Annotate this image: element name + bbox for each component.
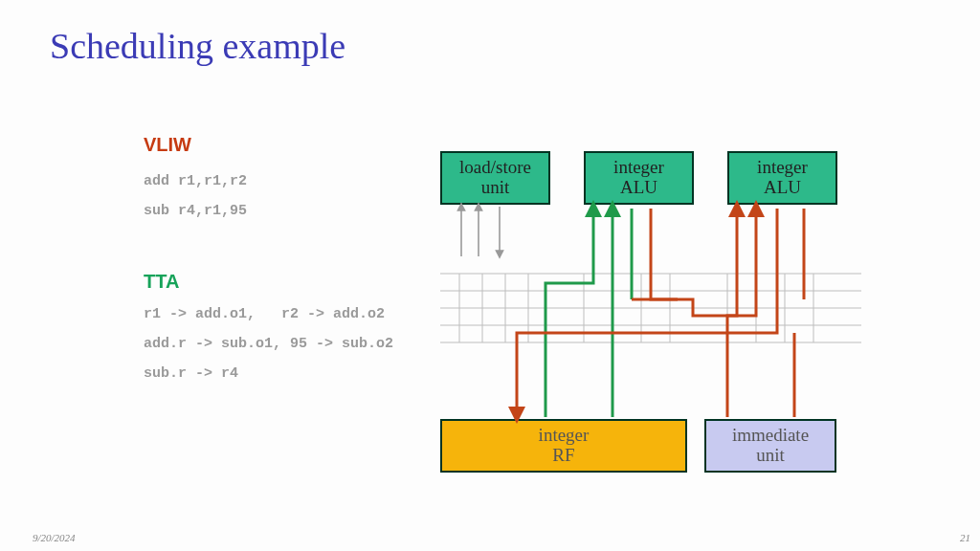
code-column: VLIW add r1,r1,r2 sub r4,r1,95 TTA r1 ->… <box>144 134 431 395</box>
footer-page: 21 <box>960 532 970 543</box>
slide: Scheduling example VLIW add r1,r1,r2 sub… <box>0 0 980 551</box>
tta-line-3: sub.r -> r4 <box>144 365 431 382</box>
architecture-diagram: load/storeunit integerALU integerALU int… <box>440 151 900 496</box>
vliw-line-1: add r1,r1,r2 <box>144 173 431 189</box>
integer-alu-2: integerALU <box>727 151 837 205</box>
page-title: Scheduling example <box>50 25 345 67</box>
immediate-unit: immediateunit <box>704 419 836 473</box>
integer-alu-1: integerALU <box>584 151 694 205</box>
vliw-header: VLIW <box>144 134 431 156</box>
load-store-unit: load/storeunit <box>440 151 550 205</box>
tta-header: TTA <box>144 271 431 293</box>
integer-rf: integerRF <box>440 419 687 473</box>
tta-line-1: r1 -> add.o1, r2 -> add.o2 <box>144 306 431 322</box>
footer-date: 9/20/2024 <box>33 532 76 543</box>
tta-line-2: add.r -> sub.o1, 95 -> sub.o2 <box>144 336 431 352</box>
vliw-line-2: sub r4,r1,95 <box>144 203 431 219</box>
